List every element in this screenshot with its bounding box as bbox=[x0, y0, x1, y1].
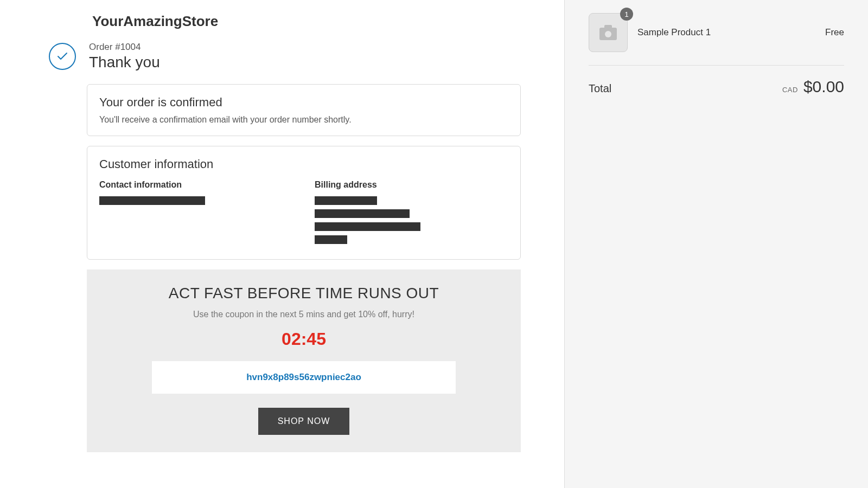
total-label: Total bbox=[589, 82, 611, 95]
customer-info-title: Customer information bbox=[99, 157, 508, 171]
item-price: Free bbox=[825, 27, 844, 38]
promo-panel: ACT FAST BEFORE TIME RUNS OUT Use the co… bbox=[87, 269, 521, 452]
confirmation-card: Your order is confirmed You'll receive a… bbox=[87, 84, 521, 136]
order-summary-sidebar: 1 Sample Product 1 Free Total CAD $0.00 bbox=[564, 0, 868, 488]
order-header: Order #1004 Thank you bbox=[49, 42, 521, 71]
quantity-badge: 1 bbox=[620, 8, 633, 21]
order-number: Order #1004 bbox=[89, 42, 160, 53]
promo-subtext: Use the coupon in the next 5 mins and ge… bbox=[108, 310, 499, 319]
promo-title: ACT FAST BEFORE TIME RUNS OUT bbox=[108, 285, 499, 302]
shop-now-button[interactable]: SHOP NOW bbox=[258, 408, 350, 435]
confirmation-title: Your order is confirmed bbox=[99, 95, 508, 110]
redacted-line bbox=[315, 222, 420, 231]
redacted-line bbox=[315, 235, 347, 244]
contact-info-label: Contact information bbox=[99, 180, 293, 190]
redacted-line bbox=[315, 209, 410, 218]
order-info: Order #1004 Thank you bbox=[89, 42, 160, 71]
coupon-code: hvn9x8p89s56zwpniec2ao bbox=[246, 372, 361, 382]
redacted-line bbox=[99, 196, 205, 205]
camera-icon bbox=[599, 24, 617, 41]
billing-address-column: Billing address bbox=[315, 180, 508, 248]
product-thumb-wrap: 1 bbox=[589, 13, 628, 52]
countdown-timer: 02:45 bbox=[108, 329, 499, 349]
confirmation-subtext: You'll receive a confirmation email with… bbox=[99, 115, 508, 125]
line-item: 1 Sample Product 1 Free bbox=[589, 13, 844, 66]
currency-code: CAD bbox=[782, 86, 798, 94]
coupon-box[interactable]: hvn9x8p89s56zwpniec2ao bbox=[152, 361, 456, 394]
thank-you-heading: Thank you bbox=[89, 54, 160, 71]
svg-rect-1 bbox=[604, 25, 612, 29]
total-row: Total CAD $0.00 bbox=[589, 78, 844, 96]
redacted-line bbox=[315, 196, 377, 205]
check-circle-icon bbox=[49, 43, 76, 70]
total-amount: $0.00 bbox=[803, 78, 844, 96]
item-name: Sample Product 1 bbox=[637, 27, 815, 38]
store-name: YourAmazingStore bbox=[92, 13, 521, 30]
svg-point-2 bbox=[605, 31, 611, 37]
billing-address-label: Billing address bbox=[315, 180, 508, 190]
customer-info-card: Customer information Contact information… bbox=[87, 146, 521, 260]
main-content: YourAmazingStore Order #1004 Thank you Y… bbox=[0, 0, 564, 488]
contact-info-column: Contact information bbox=[99, 180, 293, 248]
